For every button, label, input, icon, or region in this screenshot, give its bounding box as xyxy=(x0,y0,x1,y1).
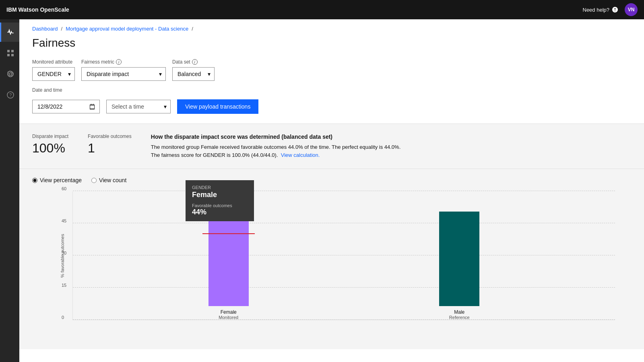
threshold-line xyxy=(202,233,255,234)
calendar-button[interactable] xyxy=(85,100,99,113)
view-count-radio[interactable]: View count xyxy=(91,177,126,183)
filters-section: Monitored attribute GENDER AGE RACE Fair… xyxy=(19,59,644,123)
chart-section: View percentage View count % favorable o… xyxy=(19,169,644,349)
filter-fairness-metric: Fairness metric i Disparate impact Stati… xyxy=(81,59,166,81)
female-bar-group: GENDER Female Favorable outcomes 44% Fem… xyxy=(208,212,249,320)
view-calculation-link[interactable]: View calculation. xyxy=(281,152,320,158)
data-set-info-icon[interactable]: i xyxy=(192,59,198,65)
data-set-select[interactable]: Balanced Training Test xyxy=(172,67,215,81)
sidebar-icon-help[interactable]: ? xyxy=(0,85,19,105)
topnav: IBM Watson OpenScale Need help? VN xyxy=(0,0,644,19)
view-count-input[interactable] xyxy=(91,178,97,183)
fairness-metric-info-icon[interactable]: i xyxy=(116,59,122,65)
favorable-outcomes-label: Favorable outcomes xyxy=(88,134,132,139)
fairness-metric-label: Fairness metric i xyxy=(81,59,166,65)
favorable-outcomes-value: 1 xyxy=(88,141,132,156)
breadcrumb: Dashboard / Mortgage approval model depl… xyxy=(19,19,644,32)
female-bar[interactable] xyxy=(208,212,249,306)
y-tick-0: 0 xyxy=(62,315,64,320)
female-bar-wrapper xyxy=(208,212,249,306)
view-payload-button[interactable]: View payload transactions xyxy=(177,99,258,114)
need-help[interactable]: Need help? xyxy=(583,6,619,13)
female-bar-label: Female Monitored xyxy=(219,309,238,320)
svg-rect-1 xyxy=(11,50,14,52)
breadcrumb-deployment[interactable]: Mortgage approval model deployment - Dat… xyxy=(66,26,188,32)
sidebar: ? xyxy=(0,19,19,362)
monitored-attribute-wrapper[interactable]: GENDER AGE RACE xyxy=(32,67,75,81)
app-title: IBM Watson OpenScale xyxy=(6,6,69,13)
svg-rect-0 xyxy=(7,50,10,52)
sidebar-icon-settings[interactable] xyxy=(0,64,19,84)
fairness-metric-select[interactable]: Disparate impact Statistical parity diff… xyxy=(81,67,166,81)
chart-wrapper: % favorable outcomes 0 15 30 45 6 xyxy=(56,191,615,320)
y-axis-label: % favorable outcomes xyxy=(60,232,65,280)
y-tick-45: 45 xyxy=(62,218,66,223)
time-select-wrapper[interactable]: Select a time 12:00 AM 1:00 AM xyxy=(106,100,171,113)
bar-tooltip: GENDER Female Favorable outcomes 44% xyxy=(186,180,254,221)
tooltip-metric-label: Favorable outcomes xyxy=(192,203,248,208)
main-content: Dashboard / Mortgage approval model depl… xyxy=(19,19,644,362)
bars-area: GENDER Female Favorable outcomes 44% Fem… xyxy=(73,191,615,320)
y-tick-15: 15 xyxy=(62,283,66,288)
tooltip-metric-value: 44% xyxy=(192,208,248,216)
stats-desc-title: How the disparate impact score was deter… xyxy=(151,134,433,140)
fairness-metric-wrapper[interactable]: Disparate impact Statistical parity diff… xyxy=(81,67,166,81)
help-icon: ? xyxy=(6,91,14,99)
y-tick-60: 60 xyxy=(62,186,66,191)
male-bar[interactable] xyxy=(439,212,479,306)
data-set-wrapper[interactable]: Balanced Training Test xyxy=(172,67,215,81)
sidebar-icon-activity[interactable] xyxy=(0,23,19,42)
date-time-row: Select a time 12:00 AM 1:00 AM View payl… xyxy=(32,99,631,114)
disparate-impact-value: 100% xyxy=(32,141,68,156)
time-select[interactable]: Select a time 12:00 AM 1:00 AM xyxy=(106,100,171,113)
favorable-outcomes-stat: Favorable outcomes 1 xyxy=(88,134,132,156)
calendar-icon xyxy=(89,103,95,110)
stats-description: How the disparate impact score was deter… xyxy=(151,134,433,159)
view-percentage-radio[interactable]: View percentage xyxy=(32,177,82,183)
filter-data-set: Data set i Balanced Training Test xyxy=(172,59,215,81)
breadcrumb-sep2: / xyxy=(192,26,193,32)
layout: ? Dashboard / Mortgage approval model de… xyxy=(0,19,644,362)
y-gridline-60 xyxy=(73,191,615,191)
breadcrumb-dashboard[interactable]: Dashboard xyxy=(32,26,58,32)
activity-icon xyxy=(6,28,14,36)
avatar[interactable]: VN xyxy=(625,3,638,16)
svg-rect-3 xyxy=(11,54,14,56)
date-input-wrapper[interactable] xyxy=(32,100,100,113)
chart-inner: 0 15 30 45 60 xyxy=(72,191,615,320)
filter-row-1: Monitored attribute GENDER AGE RACE Fair… xyxy=(32,59,631,81)
chat-icon xyxy=(612,6,618,13)
male-bar-label: Male Reference xyxy=(449,309,470,320)
date-input[interactable] xyxy=(33,100,85,113)
monitored-attribute-select[interactable]: GENDER AGE RACE xyxy=(32,67,75,81)
breadcrumb-sep1: / xyxy=(61,26,63,32)
topnav-right: Need help? VN xyxy=(583,3,638,16)
monitored-attribute-label: Monitored attribute xyxy=(32,59,75,65)
settings-icon xyxy=(6,70,14,78)
tooltip-group-label: GENDER xyxy=(192,185,248,190)
tooltip-group-name: Female xyxy=(192,191,248,199)
view-percentage-input[interactable] xyxy=(32,178,37,183)
stats-section: Disparate impact 100% Favorable outcomes… xyxy=(19,123,644,169)
disparate-impact-stat: Disparate impact 100% xyxy=(32,134,68,156)
page-title: Fairness xyxy=(19,32,644,59)
male-bar-group: Male Reference xyxy=(439,212,479,320)
chart-container: % favorable outcomes 0 15 30 45 6 xyxy=(32,191,631,336)
date-time-section: Date and time Select a time 12 xyxy=(32,87,631,114)
sidebar-icon-grid[interactable] xyxy=(0,43,19,63)
disparate-impact-label: Disparate impact xyxy=(32,134,68,139)
svg-rect-2 xyxy=(7,54,10,56)
data-set-label: Data set i xyxy=(172,59,215,65)
date-time-label: Date and time xyxy=(32,87,631,93)
filter-monitored-attribute: Monitored attribute GENDER AGE RACE xyxy=(32,59,75,81)
svg-text:?: ? xyxy=(9,93,11,97)
view-toggle-group: View percentage View count xyxy=(32,177,631,183)
grid-icon xyxy=(6,49,14,57)
y-tick-30: 30 xyxy=(62,251,66,255)
stats-desc-text: The monitored group Female received favo… xyxy=(151,143,433,159)
